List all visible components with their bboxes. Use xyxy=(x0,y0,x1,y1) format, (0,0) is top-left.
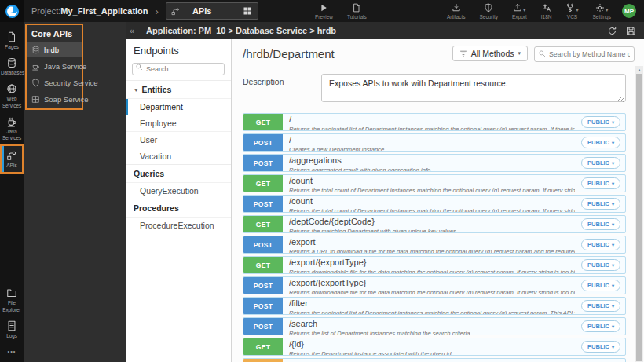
sidebar-item-java-services[interactable]: Java Services xyxy=(0,112,24,144)
section-label: Queries xyxy=(134,169,164,178)
access-dropdown[interactable]: PUBLIC▾ xyxy=(581,280,620,291)
access-dropdown[interactable]: PUBLIC▾ xyxy=(581,116,620,128)
api-endpoint-row[interactable]: POST /count Returns the total count of D… xyxy=(243,195,626,213)
topbar-action-i18n[interactable]: I18N xyxy=(541,2,552,20)
grid-icon[interactable] xyxy=(243,6,252,16)
endpoint-item-department[interactable]: Department xyxy=(126,98,231,115)
topbar-action-label: Artifacts xyxy=(447,14,465,20)
api-endpoint-row-partial[interactable] xyxy=(243,358,626,362)
endpoint-path: /filter xyxy=(289,299,575,309)
endpoint-path: /export xyxy=(289,238,575,247)
api-endpoint-row[interactable]: POST /export Returns a URL to download a… xyxy=(243,236,626,254)
endpoint-item-employee[interactable]: Employee xyxy=(126,115,231,131)
topbar-action-artifacts[interactable]: Artifacts xyxy=(447,2,465,20)
collapse-panel-icon[interactable]: « xyxy=(126,26,138,35)
service-item-hrdb[interactable]: hrdb xyxy=(27,42,82,57)
tutorials-button[interactable]: Tutorials xyxy=(347,2,367,20)
endpoint-description: Creates a new Department instance. xyxy=(289,146,575,152)
api-endpoint-row[interactable]: POST /aggregations Returns aggregated re… xyxy=(243,154,626,172)
api-endpoint-row[interactable]: GET /{id} Returns the Department instanc… xyxy=(243,338,626,356)
access-dropdown[interactable]: PUBLIC▾ xyxy=(581,177,620,189)
topbar-action-label: Security xyxy=(479,14,497,20)
methods-filter-dropdown[interactable]: All Methods ▾ xyxy=(452,46,528,61)
access-dropdown[interactable]: PUBLIC▾ xyxy=(581,218,620,230)
user-avatar[interactable]: MP xyxy=(622,4,636,18)
api-endpoint-row[interactable]: GET /count Returns the total count of De… xyxy=(243,174,626,192)
endpoint-item-queryexecution[interactable]: QueryExecution xyxy=(126,182,231,199)
chevron-down-icon: ▾ xyxy=(612,324,614,329)
method-badge: POST xyxy=(243,196,283,212)
endpoints-search-input[interactable] xyxy=(132,63,225,75)
endpoint-description: Returns downloadable file for the data m… xyxy=(289,289,575,294)
content-column: « Application: PM_10 > Database Service … xyxy=(126,22,644,362)
section-header-procedures[interactable]: Procedures xyxy=(126,199,231,217)
sidebar-item-logs[interactable]: Logs xyxy=(0,316,24,342)
sidebar-item-apis[interactable]: APIs xyxy=(0,144,24,174)
api-endpoint-row[interactable]: GET /export/{exportType} Returns downloa… xyxy=(243,256,626,274)
api-endpoint-row[interactable]: GET / Returns the paginated list of Depa… xyxy=(243,113,626,131)
topbar-action-export[interactable]: ▾ Export xyxy=(512,2,527,20)
api-endpoint-row[interactable]: POST /search Returns the list of Departm… xyxy=(243,317,626,335)
sidebar-item-web-services[interactable]: Web Services xyxy=(0,79,24,112)
database-icon xyxy=(31,46,40,54)
scrollbar-thumb[interactable] xyxy=(636,74,642,361)
access-dropdown[interactable]: PUBLIC▾ xyxy=(581,259,620,271)
endpoint-description: Returns downloadable file for the data m… xyxy=(289,269,575,274)
project-name: Project:My_First_Application xyxy=(31,6,148,16)
section-header-queries[interactable]: Queries xyxy=(126,164,231,182)
description-textarea[interactable]: Exposes APIs to work with Department res… xyxy=(321,74,626,102)
method-badge: GET xyxy=(243,338,283,355)
method-badge: GET xyxy=(243,257,283,273)
tab-grip xyxy=(166,3,185,19)
endpoint-path: /export/{exportType} xyxy=(289,279,575,288)
chevron-down-icon: ▾ xyxy=(612,344,614,349)
endpoint-path: /deptCode/{deptCode} xyxy=(289,218,575,227)
section-header-entities[interactable]: ▼ Entities xyxy=(126,80,231,98)
search-icon xyxy=(538,49,546,57)
topbar-action-settings[interactable]: ▾ Settings xyxy=(593,2,612,20)
endpoint-description: Returns the total count of Department in… xyxy=(289,207,575,213)
sidebar-item-file-explorer[interactable]: File Explorer xyxy=(0,283,24,316)
save-icon[interactable] xyxy=(626,26,636,36)
service-item-soap-service[interactable]: Soap Service xyxy=(27,92,82,107)
api-endpoint-row[interactable]: POST /filter Returns the paginated list … xyxy=(243,297,626,315)
endpoint-rows: GET / Returns the paginated list of Depa… xyxy=(232,105,644,362)
endpoint-item-vacation[interactable]: Vacation xyxy=(126,148,231,164)
vertical-scrollbar[interactable]: ▲ xyxy=(635,66,643,362)
topbar: Project:My_First_Application › APIs Prev… xyxy=(0,0,644,22)
api-endpoint-row[interactable]: POST / Creates a new Department instance… xyxy=(243,133,626,152)
endpoints-sections: ▼ Entities DepartmentEmployeeUserVacatio… xyxy=(126,80,231,233)
access-dropdown[interactable]: PUBLIC▾ xyxy=(581,300,620,312)
wavemaker-logo[interactable] xyxy=(0,0,24,22)
api-endpoint-row[interactable]: GET /deptCode/{deptCode} Returns the mat… xyxy=(243,215,626,233)
sidebar-item-databases[interactable]: Databases xyxy=(0,53,24,79)
endpoint-item-user[interactable]: User xyxy=(126,131,231,148)
preview-button[interactable]: Preview xyxy=(315,2,333,20)
service-item-java-service[interactable]: Java Service xyxy=(27,59,82,74)
refresh-icon[interactable] xyxy=(607,26,617,36)
access-dropdown[interactable]: PUBLIC▾ xyxy=(581,341,620,353)
access-dropdown[interactable]: PUBLIC▾ xyxy=(581,320,620,332)
chevron-down-icon: ▾ xyxy=(612,119,614,125)
access-dropdown[interactable]: PUBLIC▾ xyxy=(581,137,620,148)
api-endpoint-row[interactable]: POST /export/{exportType} Returns downlo… xyxy=(243,276,626,294)
chevron-down-icon: ▾ xyxy=(612,303,614,309)
topbar-action-security[interactable]: Security xyxy=(479,2,497,20)
access-dropdown[interactable]: PUBLIC▾ xyxy=(581,157,620,169)
method-search-input[interactable] xyxy=(534,46,635,62)
tab-apis[interactable]: APIs xyxy=(166,2,258,20)
service-item-security-service[interactable]: Security Service xyxy=(27,75,82,90)
rail-overflow-button[interactable]: ••• xyxy=(0,342,24,362)
service-item-label: Java Service xyxy=(44,62,86,71)
access-dropdown[interactable]: PUBLIC▾ xyxy=(581,198,620,210)
endpoint-item-procedureexecution[interactable]: ProcedureExecution xyxy=(126,217,231,233)
description-label: Description xyxy=(243,74,321,105)
topbar-action-label: I18N xyxy=(541,14,552,20)
breadcrumb-bar: « Application: PM_10 > Database Service … xyxy=(126,22,644,39)
access-dropdown[interactable]: PUBLIC▾ xyxy=(581,239,620,250)
scroll-up-icon[interactable]: ▲ xyxy=(635,66,643,74)
endpoint-path: /count xyxy=(289,177,575,186)
topbar-action-vcs[interactable]: ▾ VCS xyxy=(565,2,578,20)
sidebar-item-pages[interactable]: Pages xyxy=(0,27,24,53)
topbar-action-label: VCS xyxy=(567,14,577,20)
